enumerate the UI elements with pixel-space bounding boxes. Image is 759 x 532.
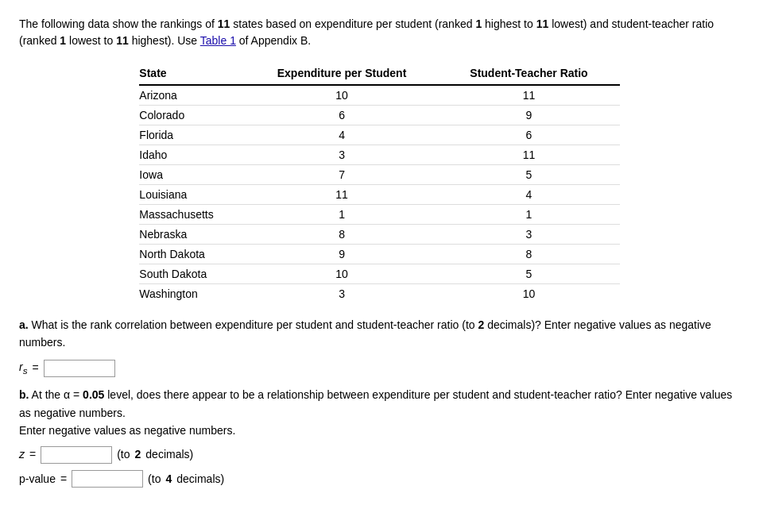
z-input-line: z = (to 2 decimals) bbox=[19, 445, 740, 463]
pvalue-input-line: p-value = (to 4 decimals) bbox=[19, 470, 740, 488]
cell-state: Nebraska bbox=[139, 225, 245, 245]
cell-ratio: 6 bbox=[438, 125, 619, 145]
cell-state: Louisiana bbox=[139, 185, 245, 205]
intro-text-mid4: lowest to bbox=[66, 34, 116, 47]
rank-high2: 11 bbox=[116, 34, 129, 47]
intro-paragraph: The following data show the rankings of … bbox=[19, 16, 740, 49]
rank-low2: 1 bbox=[60, 34, 66, 47]
table-row: Massachusetts11 bbox=[139, 205, 619, 225]
pvalue-to-label: (to bbox=[148, 470, 161, 488]
table-row: Iowa75 bbox=[139, 165, 619, 185]
table-row: Washington310 bbox=[139, 284, 619, 304]
cell-ratio: 5 bbox=[438, 165, 619, 185]
table-row: Arizona1011 bbox=[139, 85, 619, 106]
cell-ratio: 3 bbox=[438, 225, 619, 245]
z-to-label: (to bbox=[117, 445, 130, 463]
pvalue-label: p-value bbox=[19, 470, 56, 488]
intro-text-mid1: states based on expenditure per student … bbox=[230, 17, 475, 30]
cell-expenditure: 3 bbox=[246, 284, 439, 304]
cell-expenditure: 10 bbox=[246, 264, 439, 284]
cell-expenditure: 10 bbox=[246, 85, 439, 106]
cell-expenditure: 4 bbox=[246, 125, 439, 145]
cell-state: South Dakota bbox=[139, 264, 245, 284]
cell-ratio: 1 bbox=[438, 205, 619, 225]
table-row: Colorado69 bbox=[139, 106, 619, 125]
table-link[interactable]: Table 1 bbox=[200, 34, 236, 47]
cell-ratio: 10 bbox=[438, 284, 619, 304]
pvalue-input[interactable] bbox=[72, 470, 143, 488]
cell-state: Arizona bbox=[139, 85, 245, 106]
rankings-table: State Expenditure per Student Student-Te… bbox=[139, 62, 619, 303]
intro-text-pre: The following data show the rankings of bbox=[19, 17, 218, 30]
rank-low: 11 bbox=[536, 17, 549, 30]
z-label: z bbox=[19, 445, 25, 463]
section-b-question-pre: At the α = bbox=[29, 388, 83, 401]
section-b-enter-note: Enter negative values as negative number… bbox=[19, 422, 740, 439]
cell-ratio: 8 bbox=[438, 245, 619, 264]
cell-expenditure: 11 bbox=[246, 185, 439, 205]
cell-expenditure: 7 bbox=[246, 165, 439, 185]
intro-text-mid5: highest). Use bbox=[129, 34, 200, 47]
cell-ratio: 11 bbox=[438, 85, 619, 106]
section-b-alpha: 0.05 bbox=[83, 388, 104, 401]
intro-text-mid2: highest to bbox=[482, 17, 536, 30]
z-to-label-end: decimals) bbox=[145, 445, 193, 463]
pvalue-eq: = bbox=[60, 470, 67, 488]
pvalue-to-label-end: decimals) bbox=[176, 470, 224, 488]
cell-expenditure: 3 bbox=[246, 145, 439, 165]
col-header-ratio: Student-Teacher Ratio bbox=[438, 62, 619, 85]
cell-expenditure: 9 bbox=[246, 245, 439, 264]
cell-state: Iowa bbox=[139, 165, 245, 185]
section-a-question: What is the rank correlation between exp… bbox=[29, 318, 478, 331]
cell-ratio: 9 bbox=[438, 106, 619, 125]
table-row: Louisiana114 bbox=[139, 185, 619, 205]
section-a-label: a. bbox=[19, 318, 29, 331]
table-row: Nebraska83 bbox=[139, 225, 619, 245]
intro-text-end: of Appendix B. bbox=[236, 34, 311, 47]
table-row: Idaho311 bbox=[139, 145, 619, 165]
section-b-label: b. bbox=[19, 388, 29, 401]
cell-expenditure: 6 bbox=[246, 106, 439, 125]
rs-input-line: rs = bbox=[19, 358, 740, 378]
cell-ratio: 11 bbox=[438, 145, 619, 165]
table-row: South Dakota105 bbox=[139, 264, 619, 284]
cell-ratio: 5 bbox=[438, 264, 619, 284]
table-row: Florida46 bbox=[139, 125, 619, 145]
z-eq: = bbox=[29, 445, 36, 463]
pvalue-decimals: 4 bbox=[165, 470, 172, 488]
col-header-expenditure: Expenditure per Student bbox=[246, 62, 439, 85]
cell-ratio: 4 bbox=[438, 185, 619, 205]
section-b: b. At the α = 0.05 level, does there app… bbox=[19, 386, 740, 488]
rs-input[interactable] bbox=[44, 360, 115, 377]
cell-state: North Dakota bbox=[139, 245, 245, 264]
cell-expenditure: 8 bbox=[246, 225, 439, 245]
cell-state: Idaho bbox=[139, 145, 245, 165]
col-header-state: State bbox=[139, 62, 245, 85]
cell-state: Florida bbox=[139, 125, 245, 145]
rs-eq: = bbox=[33, 359, 39, 376]
section-b-question-post: level, does there appear to be a relatio… bbox=[19, 388, 732, 418]
rank-high: 1 bbox=[475, 17, 482, 30]
n-states: 11 bbox=[218, 17, 230, 30]
z-input[interactable] bbox=[41, 446, 112, 464]
section-a: a. What is the rank correlation between … bbox=[19, 316, 740, 378]
z-decimals: 2 bbox=[135, 445, 141, 463]
cell-expenditure: 1 bbox=[246, 205, 439, 225]
cell-state: Massachusetts bbox=[139, 205, 245, 225]
cell-state: Washington bbox=[139, 284, 245, 304]
rs-label: rs bbox=[19, 358, 28, 378]
table-row: North Dakota98 bbox=[139, 245, 619, 264]
cell-state: Colorado bbox=[139, 106, 245, 125]
